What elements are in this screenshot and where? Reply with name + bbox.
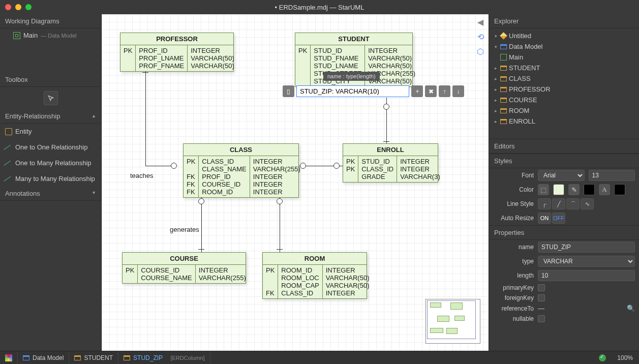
erd-icon (13, 32, 20, 39)
prop-name-input[interactable] (538, 241, 635, 253)
status-app-icon[interactable] (0, 351, 18, 364)
model-icon (500, 32, 507, 40)
edit-tooltip: name : type(length) (323, 72, 380, 81)
breadcrumb-column[interactable]: STUD_ZIP [ERDColumn] (118, 351, 210, 364)
toolbox-header[interactable]: Toolbox (0, 73, 101, 87)
entity-icon (500, 87, 507, 92)
cursor-icon (47, 95, 54, 102)
styles-header: Styles (489, 154, 639, 168)
text-color-swatch[interactable] (614, 184, 625, 195)
diagram-canvas[interactable]: PROFESSOR PK PROF_ID PROF_LNAME PROF_FNA… (102, 14, 489, 351)
entity-icon (500, 108, 507, 113)
font-select[interactable]: Arial (538, 170, 585, 181)
folder-icon (500, 44, 507, 49)
titlebar: • ERDSample.mdj — StarUML (0, 0, 639, 14)
plug-icon[interactable]: ◀ (477, 17, 483, 27)
tree-item[interactable]: ▸CLASS (492, 73, 636, 84)
prop-foreignkey-checkbox[interactable] (538, 294, 545, 301)
fill-picker-icon[interactable]: ⬚ (538, 184, 549, 195)
linestyle-rect-button[interactable]: ┌ (538, 198, 551, 209)
delete-column-button[interactable]: ✖ (425, 85, 437, 97)
tool-one-to-many[interactable]: One to Many Relationship (0, 155, 101, 171)
working-diagrams-header[interactable]: Working Diagrams (0, 14, 101, 28)
right-panel: Explorer ▾Untitled ▾Data Model Main ▸STU… (489, 14, 639, 351)
entity-room[interactable]: ROOM PK FK ROOM_ID ROOM_LOC ROOM_CAP CLA… (262, 252, 367, 299)
entity-icon (5, 128, 12, 135)
prop-referenceto-value: — (538, 305, 623, 312)
entity-icon (500, 98, 507, 103)
linestyle-curve-button[interactable]: ∿ (581, 198, 594, 209)
prop-primarykey-checkbox[interactable] (538, 284, 545, 291)
entity-icon (500, 76, 507, 81)
collapse-icon: ▲ (92, 113, 96, 118)
text-picker-icon[interactable]: A (599, 184, 610, 195)
autoresize-off-button[interactable]: OFF (552, 213, 565, 224)
move-down-button[interactable]: ↓ (452, 85, 464, 97)
tree-data-model[interactable]: ▾Data Model (492, 41, 636, 52)
rel-line (201, 197, 202, 252)
editors-header[interactable]: Editors (489, 139, 639, 154)
move-up-button[interactable]: ↑ (439, 85, 450, 97)
autoresize-on-button[interactable]: ON (538, 213, 551, 224)
many-to-many-icon (4, 176, 14, 187)
working-diagram-name: Main (23, 32, 38, 39)
entity-enroll[interactable]: ENROLL PK PK STUD_ID CLASS_ID GRADE INTE… (343, 143, 438, 183)
tree-main[interactable]: Main (492, 52, 636, 63)
er-section-header[interactable]: Entity-Relationship ▲ (0, 109, 101, 124)
tree-item[interactable]: ▸PROFESSOR (492, 84, 636, 95)
properties-header: Properties (489, 225, 639, 240)
column-edit-input[interactable] (296, 85, 409, 97)
line-picker-icon[interactable]: ✎ (568, 184, 580, 195)
rel-endpoint-icon (300, 163, 306, 169)
font-size-input[interactable] (589, 170, 635, 181)
annotations-header[interactable]: Annotations ▲ (0, 187, 101, 201)
search-icon[interactable]: 🔍 (627, 305, 635, 312)
layers-icon[interactable]: ⬡ (477, 47, 484, 56)
statusbar: Data Model STUDENT STUD_ZIP [ERDColumn] … (0, 351, 639, 364)
minimap[interactable] (425, 299, 480, 344)
line-color-swatch[interactable] (584, 184, 595, 195)
rel-endpoint-icon (383, 104, 389, 110)
prop-length-input[interactable] (538, 270, 635, 281)
rel-line (145, 71, 146, 166)
canvas-quick-tools: ◀ ⟲ ⬡ (474, 17, 486, 56)
tool-many-to-many[interactable]: Many to Many Relationship (0, 171, 101, 187)
zoom-level[interactable]: 100% (611, 354, 639, 361)
linestyle-oblique-button[interactable]: ╱ (552, 198, 565, 209)
rel-label-teaches: teaches (130, 172, 154, 179)
rel-line (280, 197, 280, 252)
tool-entity[interactable]: Entity (0, 124, 101, 139)
tree-item[interactable]: ▸STUDENT (492, 63, 636, 73)
entity-class[interactable]: CLASS PK FK FK FK CLASS_ID CLASS_NAME PR… (183, 143, 299, 198)
collapse-icon: ▲ (92, 191, 96, 196)
toggle-visibility-button[interactable]: ▯ (283, 85, 294, 97)
one-to-one-icon (4, 145, 14, 156)
folder-icon (23, 355, 29, 360)
fill-color-swatch[interactable] (553, 184, 564, 195)
add-column-button[interactable]: ＋ (411, 85, 423, 97)
rel-tick-icon (198, 249, 204, 250)
tree-root[interactable]: ▾Untitled (492, 31, 636, 41)
entity-professor[interactable]: PROFESSOR PK PROF_ID PROF_LNAME PROF_FNA… (120, 33, 234, 72)
linestyle-rounded-button[interactable]: ⌒ (566, 198, 580, 209)
tool-one-to-one[interactable]: One to One Relationship (0, 139, 101, 155)
prop-nullable-checkbox[interactable] (538, 315, 545, 322)
refresh-icon[interactable]: ⟲ (477, 32, 484, 42)
working-diagram-item[interactable]: Main — Data Model (0, 28, 101, 42)
selection-tool[interactable] (44, 91, 58, 105)
tree-item[interactable]: ▸ROOM (492, 105, 636, 116)
validation-ok-icon[interactable] (599, 354, 606, 361)
window-title: • ERDSample.mdj — StarUML (0, 4, 639, 11)
rel-endpoint-icon (333, 163, 340, 169)
cube-icon (5, 354, 12, 361)
working-diagram-sub: — Data Model (41, 33, 76, 39)
rel-tick-icon (142, 72, 148, 73)
tree-item[interactable]: ▸COURSE (492, 95, 636, 105)
breadcrumb-entity[interactable]: STUDENT (69, 351, 118, 364)
breadcrumb-model[interactable]: Data Model (18, 351, 69, 364)
prop-type-select[interactable]: VARCHAR (538, 256, 635, 267)
rel-label-generates: generates (170, 226, 199, 233)
entity-course[interactable]: COURSE PK COURSE_ID COURSE_NAME INTEGER … (122, 252, 246, 284)
explorer-header[interactable]: Explorer (489, 14, 639, 28)
tree-item[interactable]: ▸ENROLL (492, 116, 636, 127)
